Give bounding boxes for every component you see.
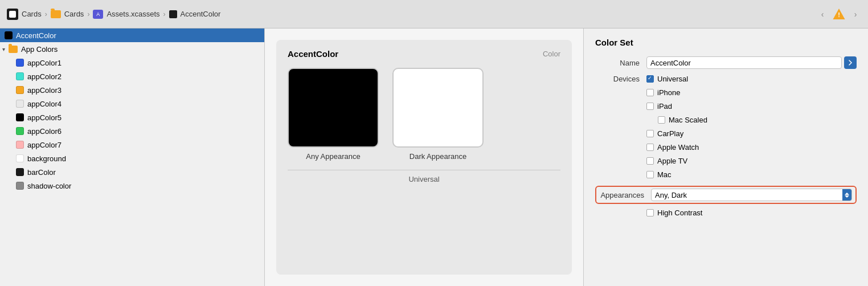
name-input[interactable] — [646, 56, 842, 69]
any-appearance-swatch[interactable]: Any Appearance — [288, 68, 379, 161]
breadcrumb-label: Cards — [64, 10, 84, 18]
dark-appearance-label: Dark Appearance — [410, 152, 466, 161]
sidebar-item-appcolor1[interactable]: appColor1 — [0, 56, 264, 70]
device-carplay-checkbox[interactable] — [646, 130, 654, 137]
panel-color-label: Color — [543, 50, 560, 58]
dark-swatch-box — [288, 68, 379, 148]
device-applewatch-label: Apple Watch — [657, 143, 699, 152]
sidebar-item-label: shadow-color — [27, 182, 71, 190]
name-row: Name — [595, 56, 857, 69]
nav-back-button[interactable]: ‹ — [817, 9, 828, 20]
right-panel: Color Set Name Devices Universal iPho — [583, 28, 868, 286]
device-ipad-label: iPad — [657, 102, 672, 111]
color-swatch-appcolor5 — [16, 113, 24, 121]
svg-rect-0 — [9, 11, 16, 18]
sidebar-item-label: appColor7 — [27, 141, 62, 149]
sidebar-item-label: appColor2 — [27, 72, 62, 81]
color-swatch-appcolor6 — [16, 127, 24, 135]
color-swatch-background — [16, 154, 24, 162]
device-ipad-checkbox[interactable] — [646, 103, 654, 110]
device-universal-checkbox[interactable] — [646, 75, 654, 83]
arrow-down-icon — [845, 195, 849, 198]
appearances-label: Appearances — [600, 191, 651, 199]
sidebar-item-appcolor6[interactable]: appColor6 — [0, 124, 264, 138]
sidebar-item-label: background — [27, 154, 66, 163]
panel-header: AccentColor Color — [288, 49, 560, 59]
arrow-up-icon — [845, 193, 849, 195]
panel-title: AccentColor — [288, 49, 338, 59]
breadcrumb-cards-2[interactable]: Cards — [51, 10, 84, 18]
sidebar-item-appcolor3[interactable]: appColor3 — [0, 83, 264, 97]
sidebar-item-background[interactable]: background — [0, 152, 264, 165]
devices-row: Devices Universal iPhone iPad — [595, 75, 857, 181]
nav-forward-button[interactable]: › — [850, 9, 861, 20]
device-mac-checkbox[interactable] — [646, 171, 654, 178]
device-appletv-checkbox[interactable] — [646, 157, 654, 165]
sidebar-item-label: appColor1 — [27, 59, 62, 67]
color-swatch-barcolor — [16, 168, 24, 176]
sidebar-item-label: appColor5 — [27, 113, 62, 122]
device-carplay-row: CarPlay — [646, 129, 707, 138]
breadcrumb-sep-3: › — [163, 10, 166, 18]
warning-icon — [833, 9, 845, 20]
color-swatch-shadowcolor — [16, 182, 24, 190]
breadcrumb-cards-1[interactable]: Cards — [22, 10, 42, 18]
device-appletv-label: Apple TV — [657, 157, 687, 165]
sidebar-item-appcolor4[interactable]: appColor4 — [0, 97, 264, 111]
center-panel: AccentColor Color Any Appearance Dark Ap… — [265, 28, 583, 286]
sidebar-item-label: App Colors — [21, 45, 58, 54]
dark-appearance-swatch[interactable]: Dark Appearance — [392, 68, 484, 161]
color-swatch-accentcolor — [5, 31, 13, 39]
chevron-down-icon: ▾ — [2, 46, 5, 52]
swatches-row: Any Appearance Dark Appearance — [288, 68, 560, 161]
sidebar-item-shadowcolor[interactable]: shadow-color — [0, 179, 264, 193]
titlebar: Cards › Cards › A Assets.xcassets › Acce… — [0, 0, 868, 28]
breadcrumb-xcassets[interactable]: A Assets.xcassets — [93, 10, 159, 19]
high-contrast-label: High Contrast — [657, 209, 702, 217]
device-mac-row: Mac — [646, 170, 707, 179]
any-appearance-label: Any Appearance — [306, 152, 360, 161]
color-swatch-appcolor4 — [16, 100, 24, 108]
appearances-select-arrows[interactable] — [842, 189, 851, 201]
high-contrast-checkbox-row: High Contrast — [646, 209, 702, 217]
high-contrast-checkbox[interactable] — [646, 209, 654, 216]
sidebar: AccentColor ▾ App Colors appColor1 appCo… — [0, 28, 265, 286]
sidebar-item-label: appColor4 — [27, 100, 62, 108]
device-macscaled-checkbox[interactable] — [658, 116, 665, 124]
sidebar-item-label: barColor — [27, 168, 56, 177]
color-swatch-appcolor2 — [16, 72, 24, 80]
appearances-value: Any, Dark — [652, 191, 842, 199]
devices-checkboxes: Universal iPhone iPad Mac Scaled — [646, 75, 707, 181]
name-arrow-button[interactable] — [844, 56, 857, 69]
divider — [288, 170, 560, 170]
device-iphone-checkbox[interactable] — [646, 89, 654, 96]
color-swatch-appcolor7 — [16, 141, 24, 149]
device-universal-label: Universal — [657, 75, 688, 83]
sidebar-item-appcolor5[interactable]: appColor5 — [0, 111, 264, 124]
nav-controls: ‹ › — [817, 9, 861, 20]
sidebar-item-appcolor7[interactable]: appColor7 — [0, 138, 264, 152]
universal-label: Universal — [288, 175, 560, 183]
name-label: Name — [595, 59, 646, 67]
device-universal-row: Universal — [646, 75, 707, 83]
folder-icon — [51, 10, 61, 18]
sidebar-item-label: appColor3 — [27, 86, 62, 95]
sidebar-item-accentcolor[interactable]: AccentColor — [0, 28, 264, 42]
appearances-row: Appearances Any, Dark — [595, 186, 857, 204]
device-macscaled-row: Mac Scaled — [658, 116, 707, 124]
device-macscaled-label: Mac Scaled — [669, 116, 707, 124]
sidebar-item-barcolor[interactable]: barColor — [0, 165, 264, 179]
sidebar-item-label: AccentColor — [16, 31, 56, 40]
sidebar-item-appcolor2[interactable]: appColor2 — [0, 70, 264, 83]
color-swatch-icon — [169, 10, 177, 18]
color-set-panel: AccentColor Color Any Appearance Dark Ap… — [276, 40, 572, 275]
sidebar-item-appcolors-group[interactable]: ▾ App Colors — [0, 42, 264, 56]
device-ipad-row: iPad — [646, 102, 707, 111]
breadcrumb-label: Assets.xcassets — [107, 10, 159, 18]
sidebar-item-label: appColor6 — [27, 127, 62, 136]
high-contrast-row: High Contrast — [595, 209, 857, 219]
breadcrumb-accentcolor[interactable]: AccentColor — [169, 10, 221, 18]
device-applewatch-checkbox[interactable] — [646, 144, 654, 151]
breadcrumb-label: Cards — [22, 10, 42, 18]
device-iphone-row: iPhone — [646, 88, 707, 97]
